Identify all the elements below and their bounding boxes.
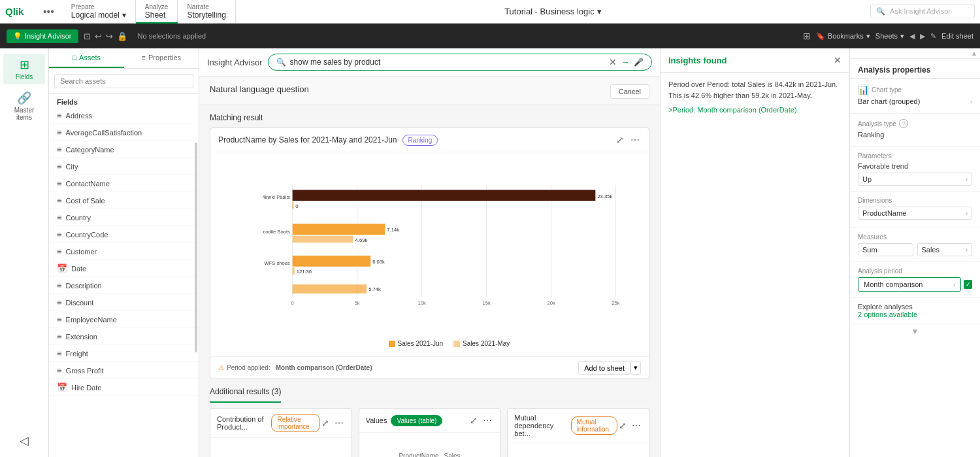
chevron-down-icon: ▾ [900, 32, 904, 41]
nlq-title: Natural language question [210, 84, 649, 94]
prepare-section[interactable]: Prepare Logical model ▾ [62, 0, 136, 24]
undo-icon[interactable]: ↩ [95, 31, 102, 41]
expand-card3-button[interactable]: ⤢ [617, 419, 628, 432]
no-selections-text: No selections applied [138, 32, 206, 40]
assets-icon: □ [72, 54, 76, 61]
bar-extra [293, 284, 367, 294]
sales-tag[interactable]: Sales › [917, 243, 973, 256]
legend-may-color [453, 341, 460, 347]
explore-analyses-link[interactable]: 2 options available [858, 311, 917, 318]
add-to-sheet-button[interactable]: Add to sheet [578, 361, 630, 375]
narrate-section[interactable]: Narrate Storytelling [178, 0, 235, 24]
period-applied: ⚠ Period applied: Month comparison (Orde… [218, 364, 372, 371]
sheets-button[interactable]: Sheets ▾ [875, 32, 904, 41]
menu-card3-button[interactable]: ⋯ [630, 419, 642, 432]
bookmarks-button[interactable]: 🔖 Bookmarks ▾ [816, 32, 870, 41]
sum-tag[interactable]: Sum [858, 243, 913, 256]
field-icon: ≡ [57, 348, 62, 358]
analysis-help-icon[interactable]: ? [899, 119, 908, 128]
insights-link[interactable]: >Period: Month comparison (OrderDate) [668, 106, 797, 114]
insight-advisor-button[interactable]: 💡 Insight Advisor [7, 29, 78, 43]
clear-search-button[interactable]: ✕ [609, 57, 617, 67]
additional-results-label: Additional results (3) [210, 387, 281, 403]
add-sheet-dropdown[interactable]: ▾ [630, 361, 641, 375]
submit-search-button[interactable]: → [621, 57, 630, 67]
microphone-button[interactable]: 🎤 [634, 58, 644, 67]
selections-icon[interactable]: ⊡ [84, 31, 91, 41]
field-item-discount[interactable]: ≡ Discount [49, 294, 199, 311]
sidebar-item-bottom[interactable]: ◁ [3, 430, 45, 452]
search-assets-input[interactable] [54, 74, 193, 88]
edit-sheet-button[interactable]: Edit sheet [941, 32, 973, 40]
bar-chart-svg: ProductName 0 5k 10k 15k 20k [263, 159, 636, 335]
chevron-right-icon: › [953, 281, 955, 288]
sidebar-item-master-items[interactable]: 🔗 Master items [3, 87, 45, 125]
info-icon: ⚠ [218, 364, 224, 371]
tab-assets[interactable]: □ Assets [49, 48, 124, 68]
search-icon: 🔍 [276, 58, 286, 67]
redo-icon[interactable]: ↪ [106, 31, 113, 41]
field-item-city[interactable]: ≡ City [49, 158, 199, 175]
field-item-hiredate[interactable]: 📅 Hire Date [49, 379, 199, 396]
field-item-country[interactable]: ≡ Country [49, 209, 199, 226]
insights-body: Period over Period: total Sales is 84.42… [661, 73, 849, 457]
favorable-trend-select[interactable]: Up › [858, 173, 972, 186]
field-item-category[interactable]: ≡ CategoryName [49, 141, 199, 158]
field-item-grossprofit[interactable]: ≡ Gross Profit [49, 362, 199, 379]
bar-minnki-may [293, 202, 294, 209]
parameters-label: Parameters [858, 152, 972, 160]
insights-close-button[interactable]: ✕ [834, 55, 841, 65]
field-item-countrycode[interactable]: ≡ CountryCode [49, 226, 199, 243]
insight-icon: 💡 [13, 32, 22, 41]
svg-text:10k: 10k [417, 300, 425, 306]
expand-card2-button[interactable]: ⤢ [468, 414, 479, 427]
menu-card1-button[interactable]: ⋯ [333, 416, 345, 430]
scroll-down-button[interactable]: ▼ [850, 324, 980, 339]
analyze-section[interactable]: Analyze Sheet [136, 0, 178, 24]
field-item-date[interactable]: 📅 Date [49, 260, 199, 277]
chart-type-icon: 📊 [858, 84, 869, 95]
ask-insight-input[interactable]: 🔍 Ask Insight Advisor [870, 5, 975, 18]
field-section-label: Fields [49, 94, 199, 107]
nav-dots-icon[interactable]: ••• [43, 6, 54, 18]
grid-icon[interactable]: ⊞ [803, 31, 811, 41]
chart-menu-button[interactable]: ⋯ [629, 133, 641, 146]
field-icon: ≡ [57, 331, 62, 341]
lock-icon[interactable]: 🔒 [117, 31, 127, 41]
chevron-down-icon: ▾ [866, 32, 870, 41]
field-item-contact[interactable]: ≡ ContactName [49, 175, 199, 192]
field-item-address[interactable]: ≡ Address [49, 107, 199, 124]
tab-properties[interactable]: ≡ Properties [124, 48, 199, 68]
insight-advisor-title: Insight Advisor [207, 58, 263, 67]
calendar-icon: 📅 [57, 263, 67, 273]
chevron-down-icon: ▾ [122, 10, 126, 20]
field-item-customer[interactable]: ≡ Customer [49, 243, 199, 260]
field-item-costofsale[interactable]: ≡ Cost of Sale [49, 192, 199, 209]
field-icon: ≡ [57, 195, 62, 205]
chart-type-section: 📊 Chart type Bar chart (grouped) › [850, 79, 980, 114]
period-select[interactable]: Month comparison › [858, 277, 961, 292]
period-checkbox[interactable]: ✓ [964, 280, 972, 289]
field-item-extension[interactable]: ≡ Extension [49, 328, 199, 345]
field-item-freight[interactable]: ≡ Freight [49, 345, 199, 362]
period-value: Month comparison (OrderDate) [276, 364, 372, 371]
dimension-tag[interactable]: ProductName › [858, 207, 972, 220]
period-select-row: Month comparison › ✓ [858, 277, 972, 292]
scroll-bar[interactable] [195, 143, 197, 352]
expand-card1-button[interactable]: ⤢ [320, 416, 331, 430]
additional-card-1: Contribution of Product... Relative impo… [210, 408, 352, 457]
field-item-description[interactable]: ≡ Description [49, 277, 199, 294]
expand-chart-button[interactable]: ⤢ [615, 133, 625, 146]
menu-card2-button[interactable]: ⋯ [482, 414, 493, 427]
chevron-down-icon[interactable]: ▾ [597, 7, 602, 16]
mini-card-actions-3: ⤢ ⋯ [617, 419, 642, 432]
insights-panel: Insights found ✕ Period over Period: tot… [660, 48, 849, 457]
ia-search-input[interactable] [290, 58, 605, 67]
field-item-employee[interactable]: ≡ EmployeeName [49, 311, 199, 328]
sidebar-item-fields[interactable]: ⊞ Fields [3, 54, 45, 84]
cancel-button[interactable]: Cancel [610, 84, 649, 99]
second-nav: 💡 Insight Advisor ⊡ ↩ ↪ 🔒 No selections … [0, 24, 980, 48]
mini-card-title-3: Mutual dependency bet... Mutual informat… [514, 414, 617, 437]
edit-icon[interactable]: ✎ [930, 32, 936, 41]
field-item-avgcall[interactable]: ≡ AverageCallSatisfaction [49, 124, 199, 141]
